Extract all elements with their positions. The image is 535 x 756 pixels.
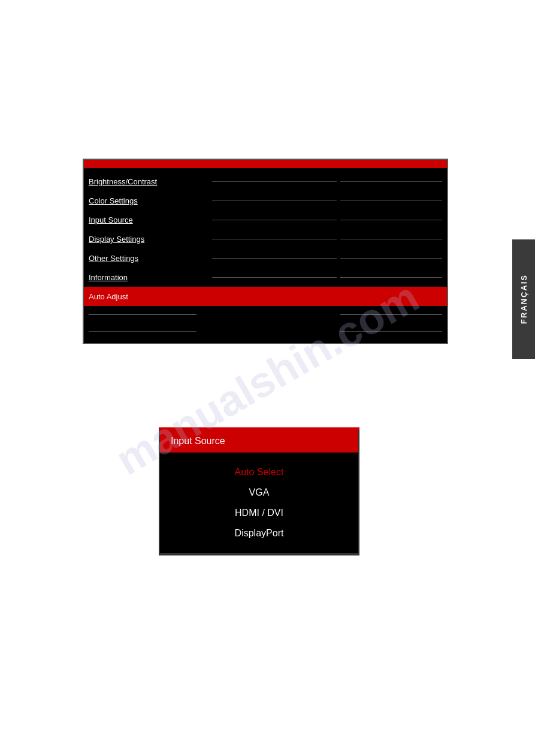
menu-item-color-settings[interactable]: Color Settings — [84, 191, 447, 210]
input-source-hdmi-dvi[interactable]: HDMI / DVI — [160, 503, 358, 523]
menu-label-information: Information — [89, 273, 128, 282]
osd-menu: Brightness/Contrast Color Settings Input… — [83, 159, 448, 344]
input-source-auto-select[interactable]: Auto Select — [160, 462, 358, 482]
input-source-vga[interactable]: VGA — [160, 482, 358, 503]
osd-empty-row-2 — [84, 323, 447, 339]
menu-line-2b — [340, 201, 442, 201]
menu-label-brightness-contrast: Brightness/Contrast — [89, 177, 157, 186]
menu-line-6a — [212, 277, 337, 278]
input-source-popup: Input Source Auto Select VGA HDMI / DVI … — [159, 427, 359, 555]
menu-label-other-settings: Other Settings — [89, 254, 138, 263]
input-source-title: Input Source — [171, 436, 225, 446]
osd-menu-body: Brightness/Contrast Color Settings Input… — [84, 168, 447, 343]
menu-line-3b — [340, 220, 442, 220]
osd-empty-row-1 — [84, 306, 447, 323]
menu-line-4a — [212, 239, 337, 239]
menu-line-1a — [212, 181, 337, 182]
sidebar-right: FRANÇAIS — [512, 239, 535, 359]
menu-line-6b — [340, 277, 442, 278]
input-source-bottom-border — [159, 553, 359, 555]
menu-label-input-source: Input Source — [89, 215, 133, 224]
menu-line-5a — [212, 258, 337, 259]
menu-line-3a — [212, 220, 337, 220]
sidebar-label: FRANÇAIS — [519, 274, 528, 324]
menu-label-color-settings: Color Settings — [89, 196, 138, 205]
menu-item-input-source[interactable]: Input Source — [84, 210, 447, 229]
osd-menu-header — [84, 160, 447, 168]
menu-item-display-settings[interactable]: Display Settings — [84, 229, 447, 248]
menu-label-display-settings: Display Settings — [89, 235, 144, 244]
menu-line-2a — [212, 201, 337, 201]
menu-item-other-settings[interactable]: Other Settings — [84, 248, 447, 268]
menu-item-information[interactable]: Information — [84, 268, 447, 287]
menu-line-5b — [340, 258, 442, 259]
menu-line-1b — [340, 181, 442, 182]
menu-item-brightness-contrast[interactable]: Brightness/Contrast — [84, 172, 447, 191]
watermark: manualshin.com — [0, 0, 535, 756]
menu-line-4b — [340, 239, 442, 239]
input-source-displayport[interactable]: DisplayPort — [160, 523, 358, 544]
menu-label-auto-adjust: Auto Adjust — [89, 292, 128, 301]
osd-menu-container: Brightness/Contrast Color Settings Input… — [83, 159, 448, 344]
menu-item-auto-adjust[interactable]: Auto Adjust — [84, 287, 447, 306]
input-source-header: Input Source — [160, 430, 358, 453]
input-source-menu: Input Source Auto Select VGA HDMI / DVI … — [159, 430, 359, 553]
input-source-body: Auto Select VGA HDMI / DVI DisplayPort — [160, 453, 358, 553]
